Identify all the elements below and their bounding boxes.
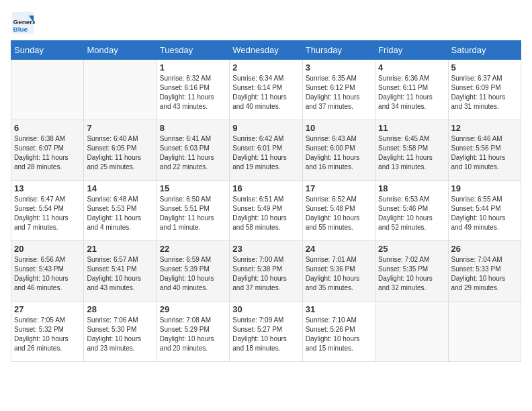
calendar-cell: 16Sunrise: 6:51 AM Sunset: 5:49 PM Dayli… bbox=[230, 181, 302, 241]
day-number: 22 bbox=[160, 244, 226, 254]
day-info: Sunrise: 6:59 AM Sunset: 5:39 PM Dayligh… bbox=[160, 255, 226, 293]
calendar-week-2: 6Sunrise: 6:38 AM Sunset: 6:07 PM Daylig… bbox=[11, 120, 521, 181]
logo-icon: General Blue bbox=[11, 11, 35, 35]
calendar-cell: 12Sunrise: 6:46 AM Sunset: 5:56 PM Dayli… bbox=[448, 120, 521, 181]
day-number: 13 bbox=[14, 183, 81, 193]
day-info: Sunrise: 7:08 AM Sunset: 5:29 PM Dayligh… bbox=[160, 316, 226, 353]
day-info: Sunrise: 6:55 AM Sunset: 5:44 PM Dayligh… bbox=[451, 195, 518, 232]
calendar-cell: 20Sunrise: 6:56 AM Sunset: 5:43 PM Dayli… bbox=[11, 241, 84, 302]
day-number: 18 bbox=[378, 183, 445, 193]
day-number: 24 bbox=[306, 244, 372, 254]
day-info: Sunrise: 6:40 AM Sunset: 6:05 PM Dayligh… bbox=[87, 134, 153, 172]
calendar-cell: 19Sunrise: 6:55 AM Sunset: 5:44 PM Dayli… bbox=[448, 181, 521, 241]
calendar-week-5: 27Sunrise: 7:05 AM Sunset: 5:32 PM Dayli… bbox=[11, 302, 521, 362]
day-info: Sunrise: 6:50 AM Sunset: 5:51 PM Dayligh… bbox=[160, 195, 226, 232]
day-info: Sunrise: 7:05 AM Sunset: 5:32 PM Dayligh… bbox=[14, 316, 81, 353]
day-header-friday: Friday bbox=[375, 41, 448, 60]
calendar-cell: 5Sunrise: 6:37 AM Sunset: 6:09 PM Daylig… bbox=[448, 60, 521, 120]
calendar-cell: 3Sunrise: 6:35 AM Sunset: 6:12 PM Daylig… bbox=[302, 60, 375, 120]
day-info: Sunrise: 6:57 AM Sunset: 5:41 PM Dayligh… bbox=[87, 255, 153, 293]
day-header-tuesday: Tuesday bbox=[157, 41, 229, 60]
day-info: Sunrise: 6:46 AM Sunset: 5:56 PM Dayligh… bbox=[451, 134, 518, 172]
day-number: 26 bbox=[451, 244, 518, 254]
calendar-cell: 13Sunrise: 6:47 AM Sunset: 5:54 PM Dayli… bbox=[11, 181, 84, 241]
day-info: Sunrise: 6:56 AM Sunset: 5:43 PM Dayligh… bbox=[14, 255, 81, 293]
day-number: 3 bbox=[306, 62, 372, 73]
day-number: 8 bbox=[160, 123, 226, 133]
day-info: Sunrise: 6:42 AM Sunset: 6:01 PM Dayligh… bbox=[232, 134, 299, 172]
day-info: Sunrise: 7:09 AM Sunset: 5:27 PM Dayligh… bbox=[232, 316, 299, 353]
day-header-thursday: Thursday bbox=[302, 41, 375, 60]
calendar-cell bbox=[84, 60, 157, 120]
calendar-cell: 21Sunrise: 6:57 AM Sunset: 5:41 PM Dayli… bbox=[84, 241, 157, 302]
day-header-wednesday: Wednesday bbox=[230, 41, 302, 60]
calendar-cell: 9Sunrise: 6:42 AM Sunset: 6:01 PM Daylig… bbox=[230, 120, 302, 181]
day-number: 6 bbox=[14, 123, 81, 133]
calendar-cell: 10Sunrise: 6:43 AM Sunset: 6:00 PM Dayli… bbox=[302, 120, 375, 181]
calendar-cell: 24Sunrise: 7:01 AM Sunset: 5:36 PM Dayli… bbox=[302, 241, 375, 302]
calendar-cell: 4Sunrise: 6:36 AM Sunset: 6:11 PM Daylig… bbox=[375, 60, 448, 120]
day-number: 31 bbox=[306, 304, 372, 314]
day-number: 16 bbox=[232, 183, 299, 193]
calendar-cell: 7Sunrise: 6:40 AM Sunset: 6:05 PM Daylig… bbox=[84, 120, 157, 181]
calendar-body: 1Sunrise: 6:32 AM Sunset: 6:16 PM Daylig… bbox=[11, 60, 521, 362]
calendar-cell bbox=[448, 302, 521, 362]
calendar-table: SundayMondayTuesdayWednesdayThursdayFrid… bbox=[11, 40, 521, 362]
calendar-cell bbox=[11, 60, 84, 120]
day-number: 1 bbox=[160, 62, 226, 73]
calendar-cell: 6Sunrise: 6:38 AM Sunset: 6:07 PM Daylig… bbox=[11, 120, 84, 181]
day-info: Sunrise: 6:35 AM Sunset: 6:12 PM Dayligh… bbox=[306, 74, 372, 111]
day-info: Sunrise: 6:45 AM Sunset: 5:58 PM Dayligh… bbox=[378, 134, 445, 172]
day-number: 9 bbox=[232, 123, 299, 133]
day-number: 21 bbox=[87, 244, 153, 254]
calendar-cell: 29Sunrise: 7:08 AM Sunset: 5:29 PM Dayli… bbox=[157, 302, 229, 362]
calendar-header: SundayMondayTuesdayWednesdayThursdayFrid… bbox=[11, 41, 521, 60]
day-number: 5 bbox=[451, 62, 518, 73]
day-info: Sunrise: 6:34 AM Sunset: 6:14 PM Dayligh… bbox=[232, 74, 299, 111]
calendar-cell: 18Sunrise: 6:53 AM Sunset: 5:46 PM Dayli… bbox=[375, 181, 448, 241]
calendar-cell: 11Sunrise: 6:45 AM Sunset: 5:58 PM Dayli… bbox=[375, 120, 448, 181]
page-header: General Blue bbox=[11, 11, 521, 35]
svg-text:Blue: Blue bbox=[13, 26, 28, 33]
day-number: 15 bbox=[160, 183, 226, 193]
calendar-cell: 2Sunrise: 6:34 AM Sunset: 6:14 PM Daylig… bbox=[230, 60, 302, 120]
day-number: 17 bbox=[306, 183, 372, 193]
calendar-cell: 22Sunrise: 6:59 AM Sunset: 5:39 PM Dayli… bbox=[157, 241, 229, 302]
day-info: Sunrise: 6:36 AM Sunset: 6:11 PM Dayligh… bbox=[378, 74, 445, 111]
calendar-cell: 28Sunrise: 7:06 AM Sunset: 5:30 PM Dayli… bbox=[84, 302, 157, 362]
calendar-cell: 23Sunrise: 7:00 AM Sunset: 5:38 PM Dayli… bbox=[230, 241, 302, 302]
day-header-sunday: Sunday bbox=[11, 41, 84, 60]
day-number: 14 bbox=[87, 183, 153, 193]
calendar-week-3: 13Sunrise: 6:47 AM Sunset: 5:54 PM Dayli… bbox=[11, 181, 521, 241]
day-info: Sunrise: 6:43 AM Sunset: 6:00 PM Dayligh… bbox=[306, 134, 372, 172]
day-info: Sunrise: 7:10 AM Sunset: 5:26 PM Dayligh… bbox=[306, 316, 372, 353]
calendar-cell: 30Sunrise: 7:09 AM Sunset: 5:27 PM Dayli… bbox=[230, 302, 302, 362]
calendar-cell: 27Sunrise: 7:05 AM Sunset: 5:32 PM Dayli… bbox=[11, 302, 84, 362]
day-info: Sunrise: 6:53 AM Sunset: 5:46 PM Dayligh… bbox=[378, 195, 445, 232]
calendar-cell: 14Sunrise: 6:48 AM Sunset: 5:53 PM Dayli… bbox=[84, 181, 157, 241]
day-number: 20 bbox=[14, 244, 81, 254]
calendar-week-1: 1Sunrise: 6:32 AM Sunset: 6:16 PM Daylig… bbox=[11, 60, 521, 120]
day-info: Sunrise: 7:01 AM Sunset: 5:36 PM Dayligh… bbox=[306, 255, 372, 293]
day-info: Sunrise: 6:47 AM Sunset: 5:54 PM Dayligh… bbox=[14, 195, 81, 232]
calendar-cell: 17Sunrise: 6:52 AM Sunset: 5:48 PM Dayli… bbox=[302, 181, 375, 241]
day-number: 11 bbox=[378, 123, 445, 133]
day-info: Sunrise: 6:38 AM Sunset: 6:07 PM Dayligh… bbox=[14, 134, 81, 172]
day-info: Sunrise: 6:41 AM Sunset: 6:03 PM Dayligh… bbox=[160, 134, 226, 172]
day-number: 7 bbox=[87, 123, 153, 133]
day-number: 27 bbox=[14, 304, 81, 314]
day-number: 30 bbox=[232, 304, 299, 314]
day-number: 12 bbox=[451, 123, 518, 133]
day-number: 25 bbox=[378, 244, 445, 254]
day-number: 4 bbox=[378, 62, 445, 73]
calendar-cell: 26Sunrise: 7:04 AM Sunset: 5:33 PM Dayli… bbox=[448, 241, 521, 302]
day-info: Sunrise: 6:52 AM Sunset: 5:48 PM Dayligh… bbox=[306, 195, 372, 232]
day-info: Sunrise: 6:48 AM Sunset: 5:53 PM Dayligh… bbox=[87, 195, 153, 232]
day-info: Sunrise: 7:04 AM Sunset: 5:33 PM Dayligh… bbox=[451, 255, 518, 293]
day-info: Sunrise: 6:32 AM Sunset: 6:16 PM Dayligh… bbox=[160, 74, 226, 111]
calendar-cell: 1Sunrise: 6:32 AM Sunset: 6:16 PM Daylig… bbox=[157, 60, 229, 120]
calendar-cell: 15Sunrise: 6:50 AM Sunset: 5:51 PM Dayli… bbox=[157, 181, 229, 241]
day-number: 2 bbox=[232, 62, 299, 73]
day-number: 10 bbox=[306, 123, 372, 133]
day-info: Sunrise: 6:51 AM Sunset: 5:49 PM Dayligh… bbox=[232, 195, 299, 232]
